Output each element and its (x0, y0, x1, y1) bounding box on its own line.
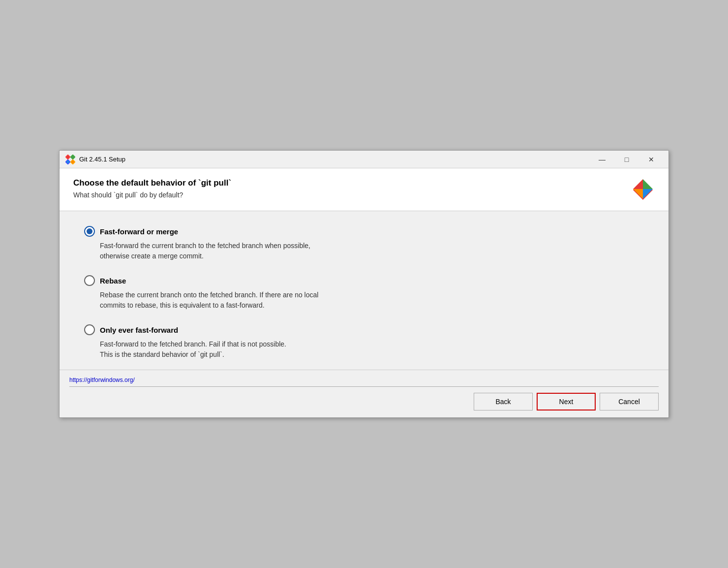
setup-window: Git 2.45.1 Setup — □ ✕ Choose the defaul… (59, 150, 669, 418)
minimize-button[interactable]: — (591, 153, 613, 166)
footer-divider (69, 386, 659, 387)
window-title: Git 2.45.1 Setup (79, 156, 591, 163)
content-area: Fast-forward or merge Fast-forward the c… (60, 211, 668, 370)
git-logo-icon (65, 155, 75, 164)
close-button[interactable]: ✕ (640, 153, 663, 166)
radio-rebase[interactable] (84, 275, 95, 286)
option-title-1: Fast-forward or merge (100, 227, 178, 236)
footer-buttons: Back Next Cancel (69, 393, 659, 410)
window-controls: — □ ✕ (591, 153, 663, 166)
header-text: Choose the default behavior of `git pull… (73, 178, 623, 199)
option-label-row-3[interactable]: Only ever fast-forward (84, 324, 644, 335)
back-button[interactable]: Back (474, 393, 533, 410)
option-title-3: Only ever fast-forward (100, 326, 178, 334)
svg-marker-15 (643, 189, 653, 199)
radio-only-fast-forward[interactable] (84, 324, 95, 335)
option-group: Fast-forward or merge Fast-forward the c… (84, 226, 644, 360)
maximize-button[interactable]: □ (615, 153, 638, 166)
option-rebase: Rebase Rebase the current branch onto th… (84, 275, 644, 311)
page-title: Choose the default behavior of `git pull… (73, 178, 623, 188)
svg-marker-12 (633, 179, 643, 189)
option-desc-2: Rebase the current branch onto the fetch… (100, 290, 644, 311)
cancel-button[interactable]: Cancel (600, 393, 659, 410)
option-desc-1: Fast-forward the current branch to the f… (100, 241, 644, 261)
option-label-row-2[interactable]: Rebase (84, 275, 644, 286)
option-fast-forward-merge: Fast-forward or merge Fast-forward the c… (84, 226, 644, 261)
footer-link[interactable]: https://gitforwindows.org/ (69, 377, 135, 383)
svg-marker-14 (633, 189, 643, 199)
title-bar: Git 2.45.1 Setup — □ ✕ (60, 151, 668, 168)
option-label-row-1[interactable]: Fast-forward or merge (84, 226, 644, 237)
option-only-fast-forward: Only ever fast-forward Fast-forward to t… (84, 324, 644, 360)
git-logo-large-icon (631, 178, 655, 202)
page-header: Choose the default behavior of `git pull… (60, 168, 668, 211)
option-title-2: Rebase (100, 277, 126, 285)
page-subtitle: What should `git pull` do by default? (73, 191, 623, 199)
next-button[interactable]: Next (537, 393, 596, 410)
option-desc-3: Fast-forward to the fetched branch. Fail… (100, 339, 644, 360)
svg-marker-13 (643, 179, 653, 189)
footer: https://gitforwindows.org/ Back Next Can… (60, 370, 668, 417)
radio-fast-forward-merge[interactable] (84, 226, 95, 237)
